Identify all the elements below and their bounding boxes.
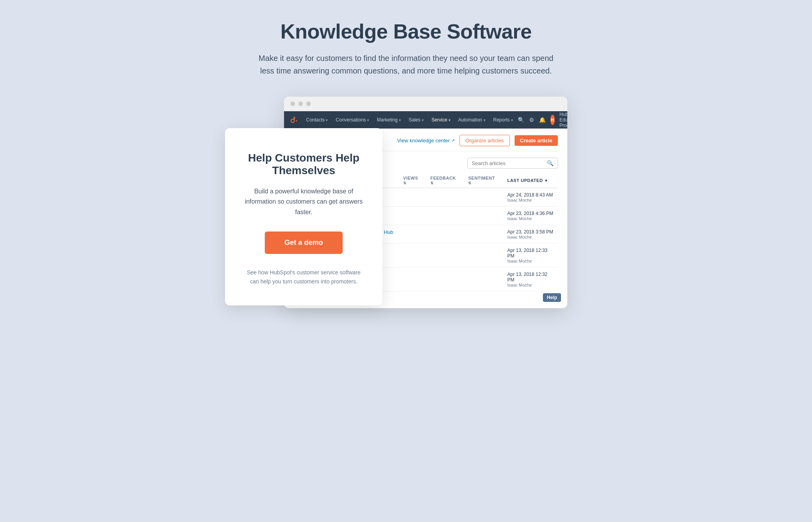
hubspot-navbar: Contacts ▾ Conversations ▾ Marketing ▾ S… [284,111,567,129]
browser-chrome [284,97,567,111]
article-date: Apr 23, 2018 4:36 PM [507,211,554,216]
article-views-cell [399,268,426,292]
help-bubble[interactable]: Help [543,293,561,302]
article-author: Isaac Moche [507,283,554,287]
hero-subtitle: Make it easy for customers to find the i… [257,52,555,77]
article-sentiment-cell [464,268,503,292]
demo-button[interactable]: Get a demo [265,232,343,254]
account-name[interactable]: HubSpot Education Program [559,112,567,128]
search-icon[interactable]: 🔍 [518,117,524,123]
browser-dot-red [290,101,295,106]
search-input-wrap: 🔍 [467,158,558,169]
nav-automation[interactable]: Automation ▾ [455,116,489,124]
chevron-automation: ▾ [484,118,485,122]
article-author: Isaac Moche [507,259,554,263]
article-sentiment-cell [464,188,503,207]
article-feedback-cell [426,188,464,207]
article-feedback-cell [426,225,464,244]
sort-arrow-last-updated: ▼ [544,178,548,183]
external-link-icon: ↗ [451,138,455,143]
article-feedback-cell [426,268,464,292]
chevron-service: ▾ [448,118,450,122]
nav-reports[interactable]: Reports ▾ [490,116,516,124]
article-date-cell: Apr 23, 2018 4:36 PM Isaac Moche [503,207,558,225]
left-card-footer: See how HubSpot's customer service softw… [245,268,363,286]
nav-sales[interactable]: Sales ▾ [406,116,427,124]
browser-dot-yellow [298,101,303,106]
left-card-description: Build a powerful knowledge base of infor… [245,186,363,217]
chevron-conversations: ▾ [367,118,369,122]
article-date: Apr 13, 2018 12:33 PM [507,248,554,259]
article-author: Isaac Moche [507,235,554,239]
article-feedback-cell [426,244,464,268]
th-feedback[interactable]: FEEDBACK ⇅ [426,173,464,188]
chevron-reports: ▾ [511,118,513,122]
organize-articles-button[interactable]: Organize articles [460,135,510,146]
sort-icon-feedback: ⇅ [430,181,434,185]
th-sentiment[interactable]: SENTIMENT ⇅ [464,173,503,188]
view-knowledge-center-link[interactable]: View knowledge center ↗ [397,138,455,143]
article-date-cell: Apr 13, 2018 12:33 PM Isaac Moche [503,244,558,268]
create-article-button[interactable]: Create article [515,135,558,146]
article-date: Apr 13, 2018 12:32 PM [507,272,554,283]
article-views-cell [399,225,426,244]
screenshot-container: Help Customers Help Themselves Build a p… [237,97,575,308]
avatar[interactable]: H [550,115,555,125]
search-submit-icon[interactable]: 🔍 [547,160,554,166]
settings-icon[interactable]: ⚙ [529,117,534,123]
article-views-cell [399,244,426,268]
nav-contacts[interactable]: Contacts ▾ [303,116,331,124]
article-views-cell [399,188,426,207]
browser-dot-green [306,101,311,106]
chevron-contacts: ▾ [326,118,328,122]
article-date: Apr 23, 2018 3:58 PM [507,229,554,235]
hero-section: Knowledge Base Software Make it easy for… [257,20,555,77]
article-sentiment-cell [464,207,503,225]
notifications-icon[interactable]: 🔔 [539,117,546,123]
article-sentiment-cell [464,225,503,244]
article-date-cell: Apr 23, 2018 3:58 PM Isaac Moche [503,225,558,244]
article-author: Isaac Moche [507,216,554,221]
left-card-title: Help Customers Help Themselves [245,152,363,177]
th-last-updated[interactable]: LAST UPDATED ▼ [503,173,558,188]
nav-conversations[interactable]: Conversations ▾ [332,116,372,124]
sort-icon-sentiment: ⇅ [468,181,472,185]
th-views[interactable]: VIEWS ⇅ [399,173,426,188]
article-sentiment-cell [464,244,503,268]
left-card: Help Customers Help Themselves Build a p… [225,128,382,305]
article-views-cell [399,207,426,225]
chevron-marketing: ▾ [399,118,401,122]
hero-title: Knowledge Base Software [257,20,555,43]
hubspot-logo [290,116,298,124]
nav-marketing[interactable]: Marketing ▾ [374,116,404,124]
sort-icon-views: ⇅ [403,181,407,185]
nav-right: 🔍 ⚙ 🔔 H HubSpot Education Program ▾ [518,112,567,128]
article-date-cell: Apr 13, 2018 12:32 PM Isaac Moche [503,268,558,292]
article-author: Isaac Moche [507,198,554,202]
nav-service[interactable]: Service ▾ [428,116,454,124]
article-date: Apr 24, 2018 8:43 AM [507,192,554,198]
search-input[interactable] [472,160,547,166]
article-feedback-cell [426,207,464,225]
article-date-cell: Apr 24, 2018 8:43 AM Isaac Moche [503,188,558,207]
chevron-sales: ▾ [422,118,424,122]
